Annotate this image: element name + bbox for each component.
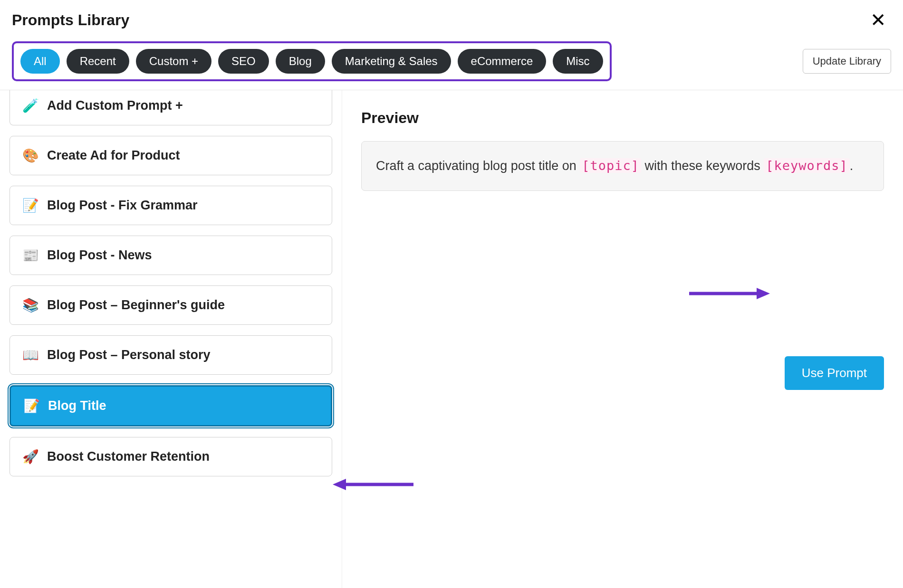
preview-heading: Preview <box>361 109 884 127</box>
preview-text-post: . <box>850 159 854 173</box>
arrow-right-icon <box>689 284 770 303</box>
svg-marker-3 <box>757 288 770 299</box>
filter-pill-blog[interactable]: Blog <box>276 49 325 74</box>
prompt-item-label: Blog Post – Personal story <box>47 348 211 362</box>
filter-pill-custom[interactable]: Custom + <box>136 49 211 74</box>
close-icon: ✕ <box>870 9 886 30</box>
filter-pill-recent[interactable]: Recent <box>67 49 129 74</box>
prompt-item-boost-retention[interactable]: 🚀 Boost Customer Retention <box>10 437 332 476</box>
palette-icon: 🎨 <box>22 148 38 163</box>
modal-header: Prompts Library ✕ <box>0 0 903 34</box>
filter-pill-marketing-sales[interactable]: Marketing & Sales <box>332 49 451 74</box>
filter-pill-seo[interactable]: SEO <box>218 49 269 74</box>
prompt-item-label: Blog Post – Beginner's guide <box>47 298 225 313</box>
annotation-arrow-right <box>689 284 770 303</box>
filter-pill-all[interactable]: All <box>20 49 60 74</box>
prompt-item-label: Add Custom Prompt + <box>47 98 183 113</box>
prompt-item-personal-story[interactable]: 📖 Blog Post – Personal story <box>10 335 332 375</box>
svg-marker-1 <box>333 479 346 490</box>
prompt-item-label: Blog Post - News <box>47 248 152 263</box>
preview-panel: Preview Craft a captivating blog post ti… <box>342 90 903 588</box>
annotation-arrow-left <box>333 475 413 494</box>
arrow-left-icon <box>333 475 413 494</box>
books-icon: 📚 <box>22 297 38 313</box>
prompt-item-label: Blog Title <box>48 398 106 413</box>
close-button[interactable]: ✕ <box>865 10 891 29</box>
modal-body: 🧪 Add Custom Prompt + 🎨 Create Ad for Pr… <box>0 90 903 588</box>
prompt-item-add-custom[interactable]: 🧪 Add Custom Prompt + <box>10 90 332 125</box>
newspaper-icon: 📰 <box>22 247 38 263</box>
prompts-library-modal: Prompts Library ✕ All Recent Custom + SE… <box>0 0 903 588</box>
prompt-item-news[interactable]: 📰 Blog Post - News <box>10 236 332 275</box>
prompt-item-fix-grammar[interactable]: 📝 Blog Post - Fix Grammar <box>10 186 332 225</box>
use-prompt-button[interactable]: Use Prompt <box>785 356 884 390</box>
preview-text-mid: with these keywords <box>641 159 764 173</box>
modal-title: Prompts Library <box>12 11 129 29</box>
prompt-item-label: Blog Post - Fix Grammar <box>47 198 198 213</box>
filter-row: All Recent Custom + SEO Blog Marketing &… <box>0 34 903 90</box>
preview-text-box: Craft a captivating blog post title on [… <box>361 141 884 191</box>
preview-text-pre: Craft a captivating blog post title on <box>376 159 580 173</box>
filter-pills-group: All Recent Custom + SEO Blog Marketing &… <box>12 41 612 81</box>
prompt-item-blog-title[interactable]: 📝 Blog Title <box>10 385 332 427</box>
prompts-list: 🧪 Add Custom Prompt + 🎨 Create Ad for Pr… <box>0 90 342 588</box>
prompt-item-beginners-guide[interactable]: 📚 Blog Post – Beginner's guide <box>10 285 332 325</box>
rocket-icon: 🚀 <box>22 449 38 465</box>
update-library-button[interactable]: Update Library <box>803 49 891 74</box>
prompt-item-label: Create Ad for Product <box>47 148 180 163</box>
test-tube-icon: 🧪 <box>22 98 38 114</box>
open-book-icon: 📖 <box>22 347 38 363</box>
filter-pill-misc[interactable]: Misc <box>553 49 603 74</box>
preview-token-keywords: [keywords] <box>764 158 850 173</box>
filter-pill-ecommerce[interactable]: eCommerce <box>458 49 547 74</box>
memo-icon: 📝 <box>22 198 38 213</box>
preview-token-topic: [topic] <box>580 158 641 173</box>
prompt-item-label: Boost Customer Retention <box>47 449 210 464</box>
prompt-item-create-ad[interactable]: 🎨 Create Ad for Product <box>10 136 332 175</box>
memo-icon: 📝 <box>23 398 39 414</box>
